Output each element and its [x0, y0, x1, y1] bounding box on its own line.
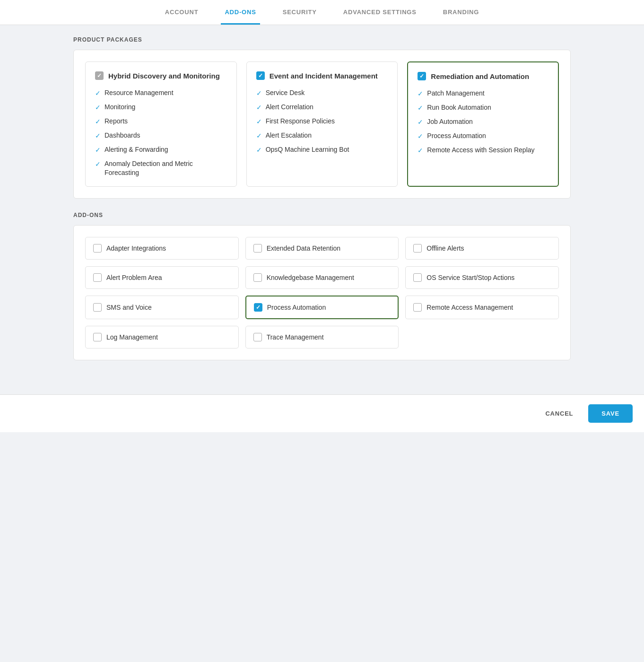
feature-label: OpsQ Machine Learning Bot: [266, 145, 349, 154]
feature-item: ✓First Response Policies: [256, 117, 388, 126]
addon-label-remote: Remote Access Management: [426, 304, 513, 311]
package-title-event: Event and Incident Management: [270, 71, 378, 81]
addon-label-offline: Offline Alerts: [426, 244, 464, 252]
checkmark-icon: ✓: [95, 146, 101, 155]
addon-checkbox-log[interactable]: [93, 333, 102, 341]
addon-checkbox-os-service[interactable]: [413, 273, 422, 282]
feature-label: Anomaly Detection and Metric Forecasting: [104, 159, 227, 177]
addon-label-trace: Trace Management: [267, 333, 324, 341]
addon-checkbox-trace[interactable]: [253, 333, 262, 341]
feature-label: Service Desk: [266, 88, 305, 97]
addon-item-process[interactable]: Process Automation: [245, 296, 399, 319]
save-button[interactable]: SAVE: [588, 404, 633, 423]
feature-item: ✓OpsQ Machine Learning Bot: [256, 145, 388, 155]
package-header-event: Event and Incident Management: [256, 71, 388, 81]
addon-checkbox-remote[interactable]: [413, 303, 422, 312]
feature-item: ✓Process Automation: [418, 131, 548, 141]
checkmark-icon: ✓: [418, 89, 423, 98]
feature-label: Alerting & Forwarding: [104, 145, 168, 154]
addons-section: ADD-ONS Adapter IntegrationsExtended Dat…: [73, 212, 571, 360]
checkmark-icon: ✓: [95, 160, 101, 169]
addon-item-offline[interactable]: Offline Alerts: [405, 237, 559, 260]
checkmark-icon: ✓: [95, 131, 101, 140]
feature-item: ✓Anomaly Detection and Metric Forecastin…: [95, 159, 227, 177]
package-checkbox-remediation[interactable]: [418, 72, 426, 80]
addon-checkbox-offline[interactable]: [413, 244, 422, 253]
feature-item: ✓Remote Access with Session Replay: [418, 146, 548, 155]
addons-label: ADD-ONS: [73, 212, 571, 218]
top-navigation: ACCOUNTADD-ONSSECURITYADVANCED SETTINGSB…: [0, 0, 644, 25]
package-title-remediation: Remediation and Automation: [431, 72, 529, 81]
checkmark-icon: ✓: [418, 104, 423, 113]
feature-item: ✓Reports: [95, 117, 227, 126]
addon-item-remote[interactable]: Remote Access Management: [405, 296, 559, 319]
nav-item-addons[interactable]: ADD-ONS: [221, 0, 260, 25]
addon-checkbox-knowledge[interactable]: [253, 273, 262, 282]
checkmark-icon: ✓: [256, 103, 262, 112]
addon-label-alert-problem: Alert Problem Area: [106, 274, 162, 281]
feature-label: Alert Correlation: [266, 103, 313, 112]
checkmark-icon: ✓: [418, 118, 423, 127]
checkmark-icon: ✓: [418, 146, 423, 155]
package-card-hybrid: Hybrid Discovery and Monitoring✓Resource…: [85, 61, 237, 187]
product-packages-section: PRODUCT PACKAGES Hybrid Discovery and Mo…: [73, 36, 571, 199]
feature-label: Alert Escalation: [266, 131, 312, 140]
checkmark-icon: ✓: [256, 146, 262, 155]
feature-item: ✓Dashboards: [95, 131, 227, 140]
feature-label: Monitoring: [104, 103, 135, 112]
addon-label-os-service: OS Service Start/Stop Actions: [426, 274, 514, 281]
addon-item-alert-problem[interactable]: Alert Problem Area: [85, 266, 239, 289]
addon-label-log: Log Management: [106, 333, 158, 341]
cancel-button[interactable]: CANCEL: [538, 405, 581, 422]
footer-bar: CANCEL SAVE: [0, 394, 644, 432]
feature-item: ✓Job Automation: [418, 117, 548, 127]
addon-item-log[interactable]: Log Management: [85, 326, 239, 348]
addon-label-process: Process Automation: [267, 304, 326, 311]
checkmark-icon: ✓: [95, 103, 101, 112]
addon-checkbox-adapter[interactable]: [93, 244, 102, 253]
package-title-hybrid: Hybrid Discovery and Monitoring: [108, 71, 220, 81]
addon-item-sms[interactable]: SMS and Voice: [85, 296, 239, 319]
nav-item-account[interactable]: ACCOUNT: [161, 0, 202, 25]
addon-item-extended[interactable]: Extended Data Retention: [245, 237, 399, 260]
addon-item-os-service[interactable]: OS Service Start/Stop Actions: [405, 266, 559, 289]
feature-item: ✓Alerting & Forwarding: [95, 145, 227, 155]
feature-list-event: ✓Service Desk✓Alert Correlation✓First Re…: [256, 88, 388, 154]
feature-label: Patch Management: [427, 89, 484, 98]
addon-item-knowledge[interactable]: Knowledgebase Management: [245, 266, 399, 289]
checkmark-icon: ✓: [256, 89, 262, 98]
addon-item-trace[interactable]: Trace Management: [245, 326, 399, 348]
addon-label-knowledge: Knowledgebase Management: [267, 274, 354, 281]
checkmark-icon: ✓: [418, 132, 423, 141]
checkmark-icon: ✓: [95, 117, 101, 126]
feature-item: ✓Alert Escalation: [256, 131, 388, 140]
feature-label: Remote Access with Session Replay: [427, 146, 534, 155]
addon-checkbox-sms[interactable]: [93, 303, 102, 312]
feature-label: Run Book Automation: [427, 103, 491, 112]
addon-label-sms: SMS and Voice: [106, 304, 152, 311]
packages-grid: Hybrid Discovery and Monitoring✓Resource…: [85, 61, 559, 187]
addon-checkbox-extended[interactable]: [253, 244, 262, 253]
addon-checkbox-process[interactable]: [254, 303, 262, 312]
addon-label-extended: Extended Data Retention: [267, 244, 340, 252]
feature-label: Job Automation: [427, 117, 473, 126]
feature-list-hybrid: ✓Resource Management✓Monitoring✓Reports✓…: [95, 88, 227, 177]
feature-item: ✓Resource Management: [95, 88, 227, 98]
package-checkbox-event[interactable]: [256, 71, 265, 80]
nav-item-advanced[interactable]: ADVANCED SETTINGS: [339, 0, 420, 25]
feature-item: ✓Patch Management: [418, 89, 548, 98]
checkmark-icon: ✓: [256, 131, 262, 140]
feature-item: ✓Run Book Automation: [418, 103, 548, 113]
package-card-event: Event and Incident Management✓Service De…: [246, 61, 398, 187]
addon-item-adapter[interactable]: Adapter Integrations: [85, 237, 239, 260]
package-checkbox-hybrid[interactable]: [95, 71, 104, 80]
feature-item: ✓Service Desk: [256, 88, 388, 98]
package-card-remediation: Remediation and Automation✓Patch Managem…: [407, 61, 559, 187]
addons-grid: Adapter IntegrationsExtended Data Retent…: [85, 237, 559, 348]
nav-item-security[interactable]: SECURITY: [279, 0, 321, 25]
feature-label: Resource Management: [104, 88, 174, 97]
package-header-remediation: Remediation and Automation: [418, 72, 548, 81]
nav-item-branding[interactable]: BRANDING: [439, 0, 483, 25]
addon-checkbox-alert-problem[interactable]: [93, 273, 102, 282]
package-header-hybrid: Hybrid Discovery and Monitoring: [95, 71, 227, 81]
